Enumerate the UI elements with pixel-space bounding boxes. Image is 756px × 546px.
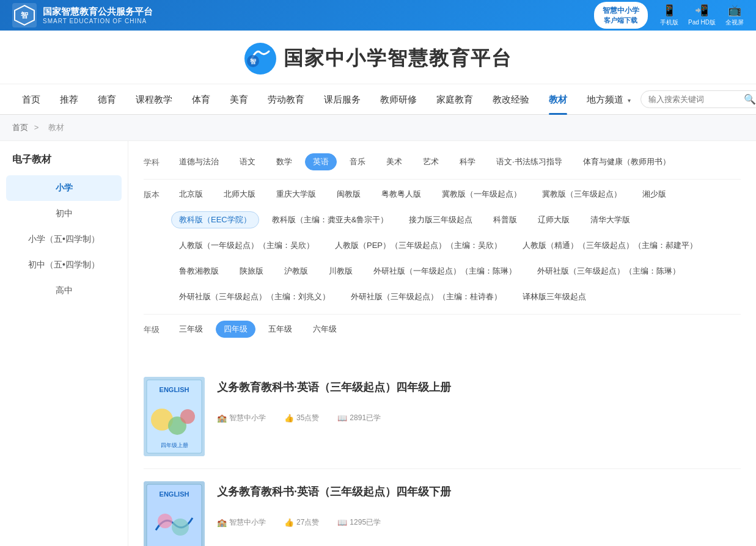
subject-arts[interactable]: 艺术 bbox=[415, 153, 447, 170]
edition-label-2 bbox=[144, 211, 171, 215]
edition-sichuan[interactable]: 川教版 bbox=[321, 263, 361, 280]
edition-tsinghua[interactable]: 清华大学版 bbox=[582, 211, 638, 228]
search-icon[interactable]: 🔍 bbox=[744, 93, 756, 105]
sidebar-item-primary[interactable]: 小学 bbox=[6, 175, 122, 201]
nav-teacher[interactable]: 教师研修 bbox=[370, 84, 427, 115]
edition-label: 版本 bbox=[144, 186, 171, 200]
subject-art[interactable]: 美术 bbox=[378, 153, 410, 170]
edition-hebei3[interactable]: 冀教版（三年级起点） bbox=[534, 186, 629, 203]
device-mobile[interactable]: 📱 手机版 bbox=[660, 4, 678, 27]
edition-hebei1[interactable]: 冀教版（一年级起点） bbox=[434, 186, 529, 203]
edition-pep-pep[interactable]: 人教版（PEP）（三年级起点）（主编：吴欣） bbox=[327, 237, 510, 254]
edition-wyan3-chen[interactable]: 外研社版（三年级起点）（主编：陈琳） bbox=[529, 263, 688, 280]
nav-family[interactable]: 家庭教育 bbox=[427, 84, 483, 115]
nav-bar: 首页 推荐 德育 课程教学 体育 美育 劳动教育 课后服务 教师研修 家庭教育 … bbox=[0, 84, 756, 115]
book-meta-2: 🏫 智慧中小学 👍 27点赞 📖 1295已学 bbox=[217, 517, 741, 528]
grade-tags: 三年级 四年级 五年级 六年级 bbox=[171, 321, 345, 338]
nav-arts[interactable]: 美育 bbox=[220, 84, 258, 115]
top-header: 智 国家智慧教育公共服务平台 SMART EDUCATION OF CHINA … bbox=[0, 0, 756, 31]
edition-fujian[interactable]: 闽教版 bbox=[329, 186, 369, 203]
device-tv[interactable]: 📺 全视屏 bbox=[725, 4, 744, 27]
sidebar-item-high[interactable]: 高中 bbox=[0, 278, 128, 304]
edition-wyan3-gui[interactable]: 外研社版（三年级起点）（主编：桂诗春） bbox=[343, 288, 510, 305]
subject-calligraphy[interactable]: 语文·书法练习指导 bbox=[488, 153, 570, 170]
filter-divider-1 bbox=[144, 179, 741, 180]
nav-sports[interactable]: 体育 bbox=[182, 84, 220, 115]
nav-labor[interactable]: 劳动教育 bbox=[258, 84, 314, 115]
edition-yilin[interactable]: 译林版三年级起点 bbox=[515, 288, 594, 305]
edition-bsnormal[interactable]: 北师大版 bbox=[216, 186, 263, 203]
book-title-1: 义务教育教科书·英语（三年级起点）四年级上册 bbox=[217, 380, 741, 395]
book-likes-label-2: 27点赞 bbox=[296, 517, 319, 528]
nav-moral[interactable]: 德育 bbox=[88, 84, 126, 115]
edition-shanghai[interactable]: 沪教版 bbox=[276, 263, 316, 280]
edition-tags-4: 鲁教湘教版 陕旅版 沪教版 川教版 外研社版（一年级起点）（主编：陈琳） 外研社… bbox=[171, 263, 688, 280]
subject-math[interactable]: 数学 bbox=[268, 153, 300, 170]
pad-label: Pad HD版 bbox=[688, 18, 716, 27]
edition-cqu[interactable]: 重庆大学版 bbox=[268, 186, 324, 203]
svg-point-11 bbox=[180, 409, 195, 424]
book-item-1[interactable]: ENGLISH 四年级上册 义务教育教科书·英语（三年级起点）四年级上册 🏫 智… bbox=[144, 365, 741, 469]
edition-liaoshi[interactable]: 辽师大版 bbox=[530, 211, 578, 228]
edition-label-5 bbox=[144, 288, 171, 292]
dropdown-arrow-icon: ▾ bbox=[628, 97, 631, 104]
header-right-area: 智慧中小学 客户端下载 📱 手机版 📲 Pad HD版 📺 全视屏 bbox=[594, 2, 744, 29]
breadcrumb-home[interactable]: 首页 bbox=[12, 123, 28, 132]
nav-recommend[interactable]: 推荐 bbox=[50, 84, 88, 115]
subject-moral[interactable]: 道德与法治 bbox=[171, 153, 227, 170]
book-cover-svg-1: ENGLISH 四年级上册 bbox=[144, 377, 205, 456]
edition-wyan3-liu[interactable]: 外研社版（三年级起点）（主编：刘兆义） bbox=[171, 288, 338, 305]
subject-music[interactable]: 音乐 bbox=[342, 153, 373, 170]
main-content: 电子教材 小学 初中 小学（五•四学制） 初中（五•四学制） 高中 学科 道德与… bbox=[0, 141, 756, 546]
edition-lu-xiang[interactable]: 鲁教湘教版 bbox=[171, 263, 227, 280]
subject-science[interactable]: 科学 bbox=[452, 153, 483, 170]
grade-3[interactable]: 三年级 bbox=[171, 321, 211, 338]
nav-home[interactable]: 首页 bbox=[12, 84, 50, 115]
grade-5[interactable]: 五年级 bbox=[260, 321, 300, 338]
edition-eec[interactable]: 教科版（EEC学院） bbox=[171, 211, 259, 228]
sidebar-item-middle[interactable]: 初中 bbox=[0, 201, 128, 227]
edition-xiangshao[interactable]: 湘少版 bbox=[634, 186, 674, 203]
edition-guangdong[interactable]: 粤教粤人版 bbox=[373, 186, 429, 203]
grade-4[interactable]: 四年级 bbox=[216, 321, 255, 338]
svg-point-16 bbox=[158, 514, 172, 528]
edition-filter-row-5: 外研社版（三年级起点）（主编：刘兆义） 外研社版（三年级起点）（主编：桂诗春） … bbox=[144, 288, 741, 305]
edition-jieli[interactable]: 接力版三年级起点 bbox=[401, 211, 480, 228]
book-item-2[interactable]: ENGLISH 四年级下册 义务教育教科书·英语（三年级起点）四年级下册 🏫 智… bbox=[144, 469, 741, 546]
edition-beijing[interactable]: 北京版 bbox=[171, 186, 211, 203]
search-input[interactable] bbox=[648, 95, 740, 104]
grade-6[interactable]: 六年级 bbox=[305, 321, 345, 338]
nav-local[interactable]: 地方频道 ▾ bbox=[577, 84, 640, 115]
edition-tags-1: 北京版 北师大版 重庆大学版 闽教版 粤教粤人版 冀教版（一年级起点） 冀教版（… bbox=[171, 186, 674, 203]
nav-afterschool[interactable]: 课后服务 bbox=[314, 84, 370, 115]
book-info-1: 义务教育教科书·英语（三年级起点）四年级上册 🏫 智慧中小学 👍 35点赞 📖 bbox=[217, 377, 741, 423]
subject-pe[interactable]: 体育与健康（教师用书） bbox=[575, 153, 678, 170]
device-pad[interactable]: 📲 Pad HD版 bbox=[688, 4, 716, 27]
nav-reform[interactable]: 教改经验 bbox=[483, 84, 539, 115]
book-likes-label-1: 35点赞 bbox=[296, 413, 319, 423]
sidebar-item-middle-54[interactable]: 初中（五•四学制） bbox=[0, 252, 128, 278]
nav-textbook[interactable]: 教材 bbox=[539, 84, 577, 115]
book-publisher-label-2: 智慧中小学 bbox=[229, 517, 266, 528]
edition-kepu[interactable]: 科普版 bbox=[485, 211, 525, 228]
edition-tags-2: 教科版（EEC学院） 教科版（主编：龚亚夫&鲁宗干） 接力版三年级起点 科普版 … bbox=[171, 211, 638, 228]
subject-tags: 道德与法治 语文 数学 英语 音乐 美术 艺术 科学 语文·书法练习指导 体育与… bbox=[171, 153, 678, 170]
book-info-2: 义务教育教科书·英语（三年级起点）四年级下册 🏫 智慧中小学 👍 27点赞 📖 bbox=[217, 481, 741, 528]
edition-pep1[interactable]: 人教版（一年级起点）（主编：吴欣） bbox=[171, 237, 322, 254]
book-publisher-1: 🏫 智慧中小学 bbox=[217, 413, 266, 423]
subject-english[interactable]: 英语 bbox=[305, 153, 337, 170]
download-button[interactable]: 智慧中小学 客户端下载 bbox=[594, 2, 648, 29]
sidebar-item-primary-54[interactable]: 小学（五•四学制） bbox=[0, 227, 128, 252]
logo-main-text: 国家智慧教育公共服务平台 bbox=[43, 5, 153, 18]
search-box: 🔍 bbox=[640, 90, 756, 108]
download-line1: 智慧中小学 bbox=[603, 5, 639, 16]
book-learned-1: 📖 2891已学 bbox=[337, 413, 381, 423]
book-publisher-2: 🏫 智慧中小学 bbox=[217, 517, 266, 528]
subject-chinese[interactable]: 语文 bbox=[232, 153, 263, 170]
edition-wyan1[interactable]: 外研社版（一年级起点）（主编：陈琳） bbox=[365, 263, 524, 280]
edition-gongya[interactable]: 教科版（主编：龚亚夫&鲁宗干） bbox=[264, 211, 397, 228]
edition-shanlu[interactable]: 陕旅版 bbox=[232, 263, 271, 280]
book-learned-label-1: 2891已学 bbox=[350, 413, 381, 423]
nav-course[interactable]: 课程教学 bbox=[126, 84, 182, 115]
edition-jt[interactable]: 人教版（精通）（三年级起点）（主编：郝建平） bbox=[515, 237, 705, 254]
